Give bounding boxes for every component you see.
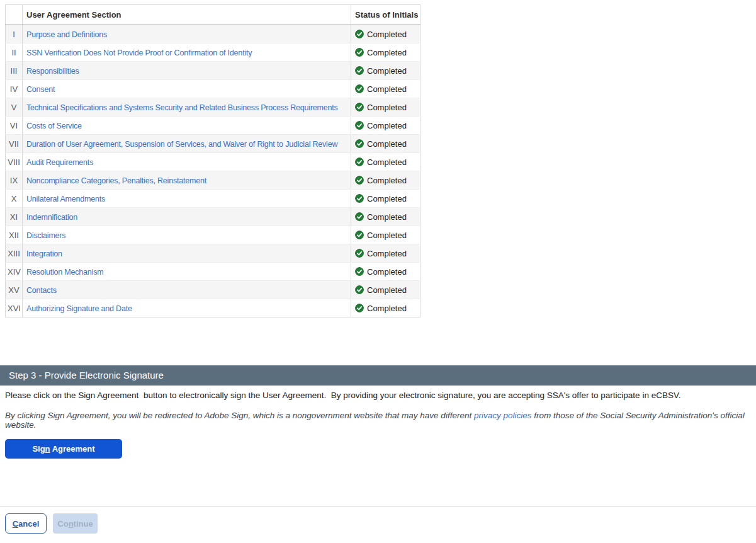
continue-label-pre: Co — [57, 519, 68, 529]
status-badge: Completed — [367, 304, 407, 313]
continue-accesskey: n — [69, 519, 74, 529]
table-row: VII Duration of User Agreement, Suspensi… — [6, 135, 420, 153]
cancel-button[interactable]: Cancel — [5, 513, 47, 534]
check-circle-icon — [355, 304, 364, 312]
check-circle-icon — [355, 84, 364, 93]
section-link[interactable]: Consent — [26, 85, 55, 94]
status-badge: Completed — [367, 249, 407, 258]
step-3-title: Step 3 - Provide Electronic Signature — [9, 370, 164, 380]
table-row: VI Costs of Service Completed — [6, 117, 420, 135]
adobe-sign-disclaimer-text: By clicking Sign Agreement, you will be … — [5, 411, 751, 430]
check-circle-icon — [355, 231, 364, 239]
table-row: XIII Integration Completed — [6, 244, 420, 263]
check-circle-icon — [355, 48, 364, 57]
sign-agreement-accesskey: n — [45, 444, 50, 454]
section-link[interactable]: SSN Verification Does Not Provide Proof … — [26, 49, 252, 57]
table-row: VIII Audit Requirements Completed — [6, 153, 420, 171]
status-badge: Completed — [367, 121, 407, 130]
table-row: XI Indemnification Completed — [6, 208, 420, 226]
section-link[interactable]: Resolution Mechanism — [26, 268, 103, 277]
check-circle-icon — [355, 267, 364, 276]
section-link[interactable]: Noncompliance Categories, Penalties, Rei… — [26, 176, 206, 185]
section-link[interactable]: Responsibilities — [26, 67, 79, 76]
section-link[interactable]: Technical Specifications and Systems Sec… — [26, 103, 338, 112]
table-row: IV Consent Completed — [6, 80, 420, 98]
check-circle-icon — [355, 194, 364, 203]
section-numeral: II — [6, 43, 23, 62]
table-row: IX Noncompliance Categories, Penalties, … — [6, 171, 420, 190]
status-badge: Completed — [367, 48, 407, 57]
section-link[interactable]: Integration — [26, 249, 62, 258]
user-agreement-table: User Agreement Section Status of Initial… — [5, 4, 420, 317]
status-badge: Completed — [367, 157, 407, 167]
check-circle-icon — [355, 285, 364, 294]
table-row: XV Contacts Completed — [6, 281, 420, 299]
ecbsv-user-agreement-page: User Agreement Section Status of Initial… — [0, 0, 756, 543]
numeral-column-header — [6, 5, 23, 25]
continue-label-post: tinue — [74, 519, 93, 529]
section-numeral: XI — [6, 208, 23, 226]
cancel-accesskey: C — [13, 519, 18, 529]
table-row: X Unilateral Amendments Completed — [6, 190, 420, 208]
section-numeral: XIII — [6, 244, 23, 263]
section-link[interactable]: Indemnification — [26, 213, 77, 222]
status-column-header: Status of Initials — [351, 5, 420, 25]
status-badge: Completed — [367, 103, 407, 112]
check-circle-icon — [355, 157, 364, 166]
section-numeral: XVI — [6, 299, 23, 317]
status-badge: Completed — [367, 212, 407, 222]
disclaimer-text-before: By clicking Sign Agreement, you will be … — [5, 411, 474, 420]
status-badge: Completed — [367, 231, 407, 240]
section-numeral: XV — [6, 281, 23, 299]
section-link[interactable]: Authorizing Signature and Date — [26, 304, 132, 313]
section-numeral: VI — [6, 117, 23, 135]
section-link[interactable]: Costs of Service — [26, 122, 82, 130]
sign-agreement-label-post: Agreement — [50, 444, 95, 454]
table-header-row: User Agreement Section Status of Initial… — [6, 5, 420, 25]
status-badge: Completed — [367, 176, 407, 185]
status-badge: Completed — [367, 285, 407, 295]
check-circle-icon — [355, 66, 364, 75]
section-numeral: I — [6, 25, 23, 43]
section-numeral: V — [6, 98, 23, 117]
section-column-header: User Agreement Section — [23, 5, 351, 25]
status-badge: Completed — [367, 194, 407, 203]
status-badge: Completed — [367, 139, 407, 149]
table-row: III Responsibilities Completed — [6, 62, 420, 80]
section-numeral: VIII — [6, 153, 23, 171]
check-circle-icon — [355, 103, 364, 111]
check-circle-icon — [355, 212, 364, 221]
check-circle-icon — [355, 249, 364, 258]
section-link[interactable]: Purpose and Definitions — [26, 30, 107, 39]
section-numeral: VII — [6, 135, 23, 153]
table-row: V Technical Specifications and Systems S… — [6, 98, 420, 117]
check-circle-icon — [355, 121, 364, 130]
privacy-policies-link[interactable]: privacy policies — [474, 411, 532, 420]
continue-button[interactable]: Continue — [53, 513, 98, 534]
table-row: I Purpose and Definitions Completed — [6, 25, 420, 43]
table-row: XIV Resolution Mechanism Completed — [6, 263, 420, 281]
sign-agreement-label-pre: Sig — [32, 444, 45, 454]
table-row: II SSN Verification Does Not Provide Pro… — [6, 43, 420, 62]
table-row: XVI Authorizing Signature and Date Compl… — [6, 299, 420, 317]
check-circle-icon — [355, 139, 364, 148]
sign-agreement-button[interactable]: Sign Agreement — [5, 439, 122, 459]
check-circle-icon — [355, 30, 364, 38]
section-numeral: IX — [6, 171, 23, 190]
section-link[interactable]: Disclaimers — [26, 231, 65, 240]
table-row: XII Disclaimers Completed — [6, 226, 420, 244]
check-circle-icon — [355, 176, 364, 185]
section-numeral: IV — [6, 80, 23, 98]
footer-divider — [0, 506, 756, 506]
sign-instructions-text: Please click on the Sign Agreement butto… — [5, 391, 751, 400]
status-badge: Completed — [367, 30, 407, 39]
section-link[interactable]: Contacts — [26, 286, 57, 295]
section-link[interactable]: Unilateral Amendments — [26, 195, 105, 203]
section-numeral: XIV — [6, 263, 23, 281]
status-badge: Completed — [367, 84, 407, 94]
status-badge: Completed — [367, 267, 407, 277]
section-link[interactable]: Audit Requirements — [26, 158, 93, 167]
section-link[interactable]: Duration of User Agreement, Suspension o… — [26, 140, 337, 149]
section-numeral: X — [6, 190, 23, 208]
status-badge: Completed — [367, 66, 407, 76]
